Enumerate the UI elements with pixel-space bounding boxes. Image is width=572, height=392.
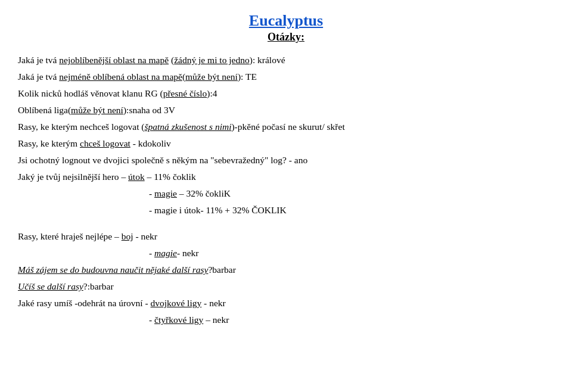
title-section: Eucalyptus Otázky: (18, 12, 554, 43)
page-container: Eucalyptus Otázky: Jaká je tvá nejoblíbe… (18, 12, 554, 327)
line-12b: - čtyřkové ligy – nekr (149, 313, 554, 327)
line-8b: - magie – 32% čokliK (149, 186, 554, 201)
main-title: Eucalyptus (18, 12, 554, 30)
line-9: Rasy, které hraješ nejlépe – boj - nekr (18, 229, 554, 244)
line-11: Učíš se další rasy?:barbar (18, 279, 554, 294)
content-area: Jaká je tvá nejoblíbenější oblast na map… (18, 53, 554, 327)
line-4: Oblíbená liga(může být není):snaha od 3V (18, 103, 554, 117)
line-8: Jaký je tvůj nejsilnější hero – útok – 1… (18, 170, 554, 184)
line-2: Jaká je tvá nejméně oblíbená oblast na m… (18, 70, 554, 84)
line-7: Jsi ochotný lognout ve dvojici společně … (18, 153, 554, 167)
line-12: Jaké rasy umíš -odehrát na úrovní - dvoj… (18, 296, 554, 310)
line-8c: - magie i útok- 11% + 32% ČOKLIK (149, 203, 554, 217)
line-10: Máš zájem se do budouvna naučit nějaké d… (18, 263, 554, 277)
line-9b: - magie- nekr (149, 246, 554, 260)
line-3: Kolik nicků hodláš věnovat klanu RG (pře… (18, 86, 554, 101)
line-1: Jaká je tvá nejoblíbenější oblast na map… (18, 53, 554, 67)
subtitle: Otázky: (18, 31, 554, 43)
line-5: Rasy, ke kterým nechceš logovat (špatná … (18, 120, 554, 134)
spacer-1 (18, 220, 554, 229)
line-6: Rasy, ke kterým chceš logovat - kdokoliv (18, 136, 554, 151)
